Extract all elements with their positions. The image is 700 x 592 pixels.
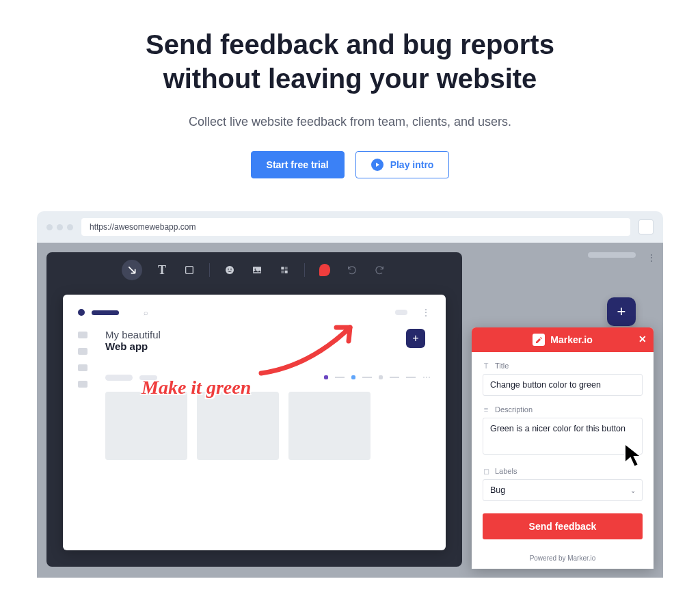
blur-tool[interactable] [277,263,292,278]
placeholder [395,310,407,315]
description-icon: ≡ [483,406,489,413]
title-input[interactable] [483,374,643,396]
placeholder-strip [588,252,636,258]
app-logo [78,309,85,316]
title-label: Title [495,362,509,370]
annotation-editor: T [46,252,462,567]
labels-icon: ◻ [483,468,489,474]
svg-point-1 [226,266,234,274]
annotation-text: Make it green [142,377,251,399]
more-icon: ⋮ [421,307,431,318]
svg-rect-8 [281,271,284,273]
text-tool[interactable]: T [154,263,170,278]
sidebar-item [78,364,88,371]
widget-launcher-button[interactable]: + [607,297,636,326]
marker-logo-icon [533,334,545,346]
add-button[interactable]: + [406,329,425,348]
pin-tool[interactable] [317,263,332,278]
feedback-panel: Marker.io ✕ TTitle ≡Description Green is… [472,327,654,569]
emoji-tool[interactable] [222,263,237,278]
screenshot-canvas: ⌕ ⋮ My beautiful Web app [63,295,446,550]
editor-toolbar: T [46,252,462,288]
description-input[interactable]: Green is a nicer color for this button [483,418,643,455]
play-intro-button[interactable]: Play intro [355,151,450,178]
svg-point-2 [228,269,229,270]
send-feedback-button[interactable]: Send feedback [483,513,643,539]
url-bar[interactable]: https://awesomewebapp.com [81,218,630,236]
sidebar-item [78,348,88,355]
panel-header: Marker.io ✕ [472,327,654,352]
hero-subtitle: Collect live website feedback from team,… [0,115,700,129]
card-placeholder [288,392,371,460]
more-icon[interactable]: ⋮ [647,252,656,263]
play-icon [371,159,383,171]
undo-button[interactable] [345,263,360,278]
card-placeholder [105,392,187,460]
svg-rect-0 [186,267,193,274]
app-title-line1: My beautiful [105,329,431,340]
hero-title: Send feedback and bug reports without le… [0,27,700,96]
arrow-tool[interactable] [122,260,142,280]
svg-rect-7 [285,267,288,269]
labels-label: Labels [495,467,517,475]
svg-rect-9 [285,271,288,273]
search-icon: ⌕ [144,308,148,317]
svg-point-3 [230,269,232,270]
image-tool[interactable] [250,263,265,278]
app-name-placeholder [92,310,119,315]
redo-button[interactable] [372,263,387,278]
close-icon[interactable]: ✕ [638,334,647,345]
description-label: Description [495,405,533,414]
sidebar-item [78,332,88,338]
panel-footer: Powered by Marker.io [472,548,654,569]
app-title-line2: Web app [105,340,431,352]
window-controls [46,224,73,230]
svg-point-5 [254,269,256,270]
svg-rect-6 [281,267,284,269]
start-trial-button[interactable]: Start free trial [251,151,345,178]
card-placeholder [197,392,279,460]
browser-mockup: https://awesomewebapp.com ⋮ T [37,211,663,578]
labels-select[interactable]: Bug [483,479,643,501]
browser-action-icon [638,219,654,234]
title-icon: T [483,362,489,369]
rectangle-tool[interactable] [182,263,197,278]
sidebar-item [78,381,88,388]
